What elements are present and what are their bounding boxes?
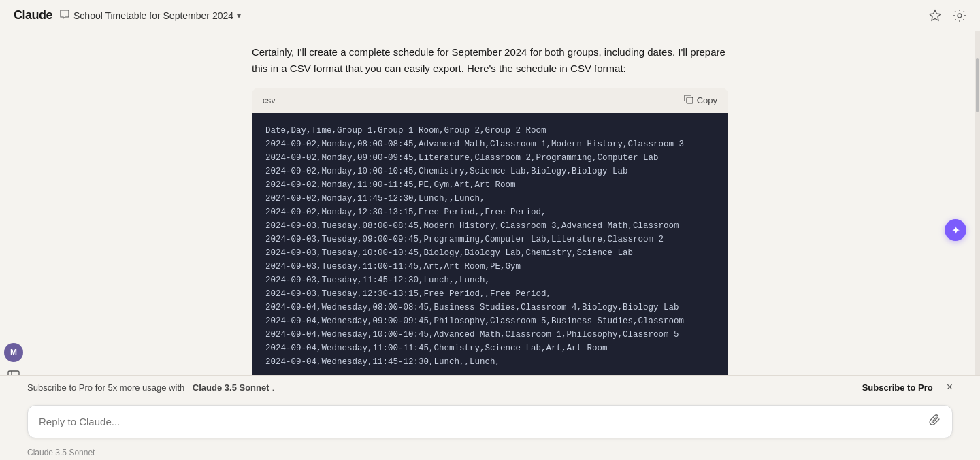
sparkle-symbol: ✦: [951, 224, 960, 237]
star-button[interactable]: [928, 9, 942, 22]
subscribe-notice: Subscribe to Pro for 5x more usage with …: [0, 376, 980, 399]
subscribe-text-before: Subscribe to Pro for 5x more usage with: [27, 382, 184, 393]
claude-sparkle-icon[interactable]: ✦: [945, 219, 966, 241]
message-container: Certainly, I'll create a complete schedu…: [238, 44, 742, 391]
assistant-message-text: Certainly, I'll create a complete schedu…: [252, 44, 728, 77]
avatar: M: [4, 343, 23, 362]
code-content: Date,Day,Time,Group 1,Group 1 Room,Group…: [265, 124, 715, 369]
svg-point-0: [958, 14, 962, 18]
subscribe-banner: Subscribe to Pro for 5x more usage with …: [0, 375, 980, 460]
settings-button[interactable]: [953, 9, 966, 22]
copy-button[interactable]: Copy: [684, 95, 717, 106]
chat-icon: [59, 9, 70, 22]
model-label: Claude 3.5 Sonnet: [0, 445, 980, 460]
conversation-title: School Timetable for September 2024 ▾: [59, 9, 241, 22]
subscribe-brand: Claude 3.5 Sonnet: [193, 382, 270, 393]
subscribe-cta-link[interactable]: Subscribe to Pro: [862, 382, 933, 393]
scrollbar-thumb[interactable]: [976, 58, 979, 112]
code-language-label: csv: [263, 96, 276, 105]
input-area: [0, 399, 980, 445]
code-block-header: csv Copy: [252, 88, 728, 113]
copy-icon: [684, 95, 693, 106]
copy-label: Copy: [697, 95, 717, 105]
chevron-down-icon[interactable]: ▾: [237, 11, 241, 20]
code-block-wrapper: csv Copy Date,Day,Time,Group 1,Group 1 R…: [252, 88, 728, 380]
header-right: [928, 9, 966, 22]
input-box: [27, 405, 953, 438]
svg-rect-1: [687, 97, 693, 103]
header-left: Claude School Timetable for September 20…: [14, 8, 241, 22]
subscribe-notice-text: Subscribe to Pro for 5x more usage with …: [27, 382, 274, 393]
code-block-body[interactable]: Date,Day,Time,Group 1,Group 1 Room,Group…: [252, 113, 728, 380]
subscribe-close-button[interactable]: ×: [947, 381, 953, 393]
conversation-title-text: School Timetable for September 2024: [74, 10, 233, 21]
header: Claude School Timetable for September 20…: [0, 0, 980, 31]
logo: Claude: [14, 8, 52, 22]
reply-input[interactable]: [39, 416, 922, 427]
attach-button[interactable]: [929, 414, 941, 429]
subscribe-text-after: .: [272, 382, 275, 393]
